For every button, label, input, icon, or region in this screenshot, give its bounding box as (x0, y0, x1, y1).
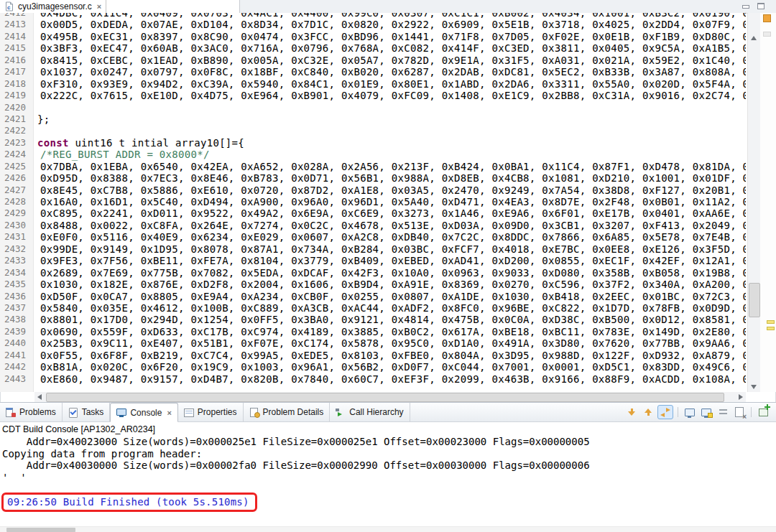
code-line[interactable]: 24160x8415, 0xCEBC, 0x1EAD, 0xB890, 0x00… (0, 55, 746, 66)
line-number[interactable]: 2412 (0, 13, 33, 19)
code-line[interactable]: 2424/*REG_BURST ADDR = 0x8000*/ (0, 149, 746, 160)
code-line[interactable]: 24410x0F55, 0x6F8F, 0xB219, 0xC7C4, 0x99… (0, 350, 746, 361)
code-line[interactable]: 24400x25B3, 0x9C11, 0xE407, 0x51B1, 0xF0… (0, 337, 746, 349)
annotation-marker-yellow[interactable] (767, 327, 775, 330)
console-scrollbar-thumb[interactable] (6, 528, 75, 532)
code-line[interactable]: 24330x9FE3, 0x7F56, 0xBE11, 0xFE7A, 0x81… (0, 255, 746, 266)
code-line[interactable]: 24350x1030, 0x182E, 0x876E, 0xD2F8, 0x20… (0, 279, 746, 290)
line-number[interactable]: 2437 (0, 302, 33, 314)
maximize-view-icon[interactable] (757, 2, 765, 10)
code-line[interactable]: 2420 (0, 102, 746, 113)
show-stderr-console-button[interactable] (699, 406, 713, 419)
code-line[interactable]: 2423const uint16_t intial_array10[]={ (0, 137, 746, 149)
line-number[interactable]: 2420 (0, 102, 33, 113)
code-line[interactable]: 24360xD50F, 0x0CA7, 0x8805, 0xE9A4, 0xA2… (0, 291, 746, 302)
show-stderr-console-icon (701, 409, 711, 416)
scroll-left-arrow-icon[interactable] (37, 394, 42, 400)
open-console-button[interactable] (756, 406, 770, 419)
line-number[interactable]: 2414 (0, 31, 33, 42)
line-number[interactable]: 2443 (0, 373, 33, 385)
line-number[interactable]: 2428 (0, 196, 33, 207)
code-line[interactable]: 24250x7DBA, 0x1EBA, 0x6540, 0x42EA, 0xA6… (0, 161, 746, 172)
code-line[interactable]: 24170x1037, 0x0247, 0x0797, 0x0F8C, 0x18… (0, 66, 746, 78)
annotation-marker-orange[interactable] (763, 14, 771, 22)
line-number[interactable]: 2423 (0, 137, 33, 149)
line-number[interactable]: 2436 (0, 291, 33, 302)
code-line[interactable]: 24370x5840, 0x035E, 0x4612, 0x100B, 0xC8… (0, 302, 746, 314)
line-number[interactable]: 2432 (0, 243, 33, 255)
code-line[interactable]: 24340x2689, 0x7E69, 0x775B, 0x7082, 0x5E… (0, 267, 746, 279)
clear-console-button[interactable] (732, 406, 747, 419)
line-number[interactable]: 2438 (0, 314, 33, 325)
code-line[interactable]: 2422 (0, 125, 746, 136)
code-line[interactable]: 24150x3BF3, 0xEC47, 0x60AB, 0x3AC0, 0x71… (0, 42, 746, 54)
editor-vertical-scrollbar[interactable] (747, 13, 760, 392)
editor-tab[interactable]: c cyu3imagesensor.c (1, 0, 106, 13)
code-line[interactable]: 2421}; (0, 113, 746, 125)
editor-horizontal-scrollbar[interactable] (34, 392, 746, 402)
view-tab-problem-details[interactable]: Problem Details (244, 403, 331, 421)
line-number[interactable]: 2421 (0, 113, 33, 125)
scroll-up-arrow-icon[interactable] (751, 36, 757, 40)
line-number[interactable]: 2415 (0, 42, 33, 54)
line-number[interactable]: 2419 (0, 90, 33, 101)
code-line[interactable]: 24260xD95D, 0x8388, 0x7EC3, 0x8E46, 0xB7… (0, 172, 746, 184)
line-number[interactable]: 2435 (0, 279, 33, 290)
show-stdout-console-button[interactable] (683, 406, 697, 419)
code-line[interactable]: 24420xB81A, 0x020C, 0x6F20, 0x19C9, 0x10… (0, 361, 746, 373)
code-line[interactable]: 24430xE860, 0x9487, 0x9157, 0xD4B7, 0x82… (0, 373, 746, 385)
line-number[interactable]: 2440 (0, 337, 33, 349)
line-number[interactable]: 2416 (0, 55, 33, 66)
view-tab-problems[interactable]: Problems (0, 403, 63, 421)
view-tab-call-hierarchy[interactable]: Call Hierarchy (330, 403, 410, 421)
line-number[interactable]: 2427 (0, 185, 33, 196)
scroll-lock-button[interactable] (716, 406, 730, 419)
minimize-view-icon[interactable] (742, 2, 749, 10)
line-number[interactable]: 2426 (0, 172, 33, 184)
code-line[interactable]: 24270x8E45, 0xC7B8, 0x5886, 0xE610, 0x07… (0, 185, 746, 196)
view-tab-tasks[interactable]: Tasks (63, 403, 111, 421)
code-line[interactable]: 24320x99DE, 0x9149, 0x1D95, 0x8078, 0x87… (0, 243, 746, 255)
code-line[interactable]: 24120x4DBC, 0x11C4, 0x0409, 0x0703, 0x4A… (0, 13, 746, 19)
code-line[interactable]: 24130x00D5, 0xDEDA, 0x07AE, 0xD104, 0x8D… (0, 19, 746, 30)
editor-tab-close-icon[interactable] (97, 3, 101, 11)
vertical-scrollbar-thumb[interactable] (749, 283, 760, 317)
line-number[interactable]: 2425 (0, 161, 33, 172)
line-number[interactable]: 2413 (0, 19, 33, 30)
code-line[interactable]: 24290xC895, 0x2241, 0xD011, 0x9522, 0x49… (0, 207, 746, 219)
line-number[interactable]: 2430 (0, 220, 33, 231)
line-number[interactable]: 2417 (0, 66, 33, 78)
code-line[interactable]: 24180xF310, 0x93E9, 0x94D2, 0xC39A, 0x59… (0, 78, 746, 90)
view-tab-properties[interactable]: Properties (178, 403, 244, 421)
scroll-down-arrow-icon[interactable] (751, 385, 757, 389)
code-line[interactable]: 24140x495B, 0xEC31, 0x8397, 0x8C90, 0x04… (0, 31, 746, 42)
line-number[interactable]: 2431 (0, 231, 33, 243)
line-number[interactable]: 2439 (0, 326, 33, 337)
line-number[interactable]: 2434 (0, 267, 33, 279)
horizontal-scrollbar-thumb[interactable] (46, 393, 724, 402)
view-tab-console[interactable]: Console (110, 403, 177, 422)
console-horizontal-scrollbar[interactable] (0, 526, 776, 532)
code-line[interactable]: 24300x8488, 0x0022, 0xC8FA, 0x264E, 0x72… (0, 220, 746, 231)
console-tab-close-icon[interactable] (165, 408, 171, 418)
annotation-marker-yellow[interactable] (767, 320, 775, 324)
line-number[interactable]: 2418 (0, 78, 33, 90)
line-number[interactable]: 2429 (0, 207, 33, 219)
console-output[interactable]: CDT Build Console [AP1302_AR0234] Addr=0… (0, 422, 776, 527)
line-number[interactable]: 2422 (0, 125, 33, 136)
code-line[interactable]: 24310xE0F0, 0x5116, 0x40E9, 0x6234, 0xE0… (0, 231, 746, 243)
line-number[interactable]: 2433 (0, 255, 33, 266)
annotation-marker-gray[interactable] (763, 32, 771, 37)
code-line[interactable]: 24280x16A0, 0x16D1, 0x5C40, 0xD494, 0xA9… (0, 196, 746, 207)
scroll-to-top-button[interactable] (641, 406, 655, 419)
line-number[interactable]: 2442 (0, 361, 33, 373)
scroll-right-arrow-icon[interactable] (739, 394, 743, 400)
code-line[interactable]: 24390x0690, 0x559F, 0xD633, 0xC17B, 0xC9… (0, 326, 746, 337)
code-line[interactable]: 24380x8801, 0x17D0, 0x294D, 0x1254, 0x0F… (0, 314, 746, 325)
line-number[interactable]: 2441 (0, 350, 33, 361)
line-number[interactable]: 2424 (0, 149, 33, 160)
scroll-to-bottom-button[interactable] (624, 406, 639, 419)
word-wrap-button[interactable] (657, 405, 673, 419)
code-editor[interactable]: 24120x4DBC, 0x11C4, 0x0409, 0x0703, 0x4A… (0, 13, 746, 392)
code-line[interactable]: 24190x222C, 0x7615, 0xE10D, 0x4D75, 0xE9… (0, 90, 746, 101)
